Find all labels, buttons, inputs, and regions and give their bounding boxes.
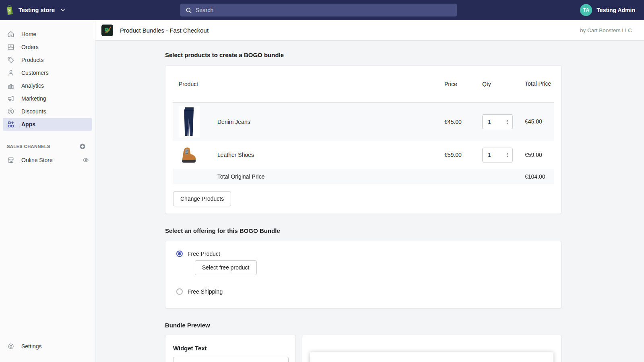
customers-icon (7, 69, 15, 77)
product-total: €59.00 (525, 151, 554, 159)
widget-text-card: Widget Text (165, 335, 296, 362)
product-row: Denim Jeans €45.00 ▲▼ €45.00 (173, 103, 554, 141)
gear-icon (7, 342, 15, 350)
search-icon (185, 7, 192, 14)
top-bar: S Testing store TA Testing Admin (0, 0, 644, 20)
free-shipping-option[interactable]: Free Shipping (176, 288, 561, 295)
qty-stepper-arrows-icon[interactable]: ▲▼ (506, 152, 509, 158)
chevron-down-icon (60, 7, 66, 13)
sidebar-item-products[interactable]: Products (3, 53, 92, 66)
product-price: €45.00 (444, 119, 482, 125)
widget-text-input[interactable] (173, 357, 289, 362)
products-icon (7, 56, 15, 64)
discounts-icon (7, 107, 15, 115)
qty-input[interactable] (483, 119, 496, 125)
orders-icon (7, 43, 15, 51)
analytics-icon (7, 82, 15, 90)
column-header-product: Product (173, 81, 444, 87)
table-header-row: Product Price Qty Total Price (173, 66, 554, 103)
product-image-denim-jeans (179, 106, 200, 138)
free-product-label: Free Product (188, 251, 220, 257)
bundle-preview-row: Widget Text (165, 335, 561, 362)
bundle-preview-widget (310, 352, 553, 362)
qty-input[interactable] (483, 152, 496, 158)
product-name: Leather Shoes (217, 152, 254, 158)
app-byline[interactable]: by Cart Boosters LLC (580, 27, 632, 33)
sidebar-item-analytics[interactable]: Analytics (3, 79, 92, 92)
product-total: €45.00 (525, 117, 554, 125)
avatar: TA (580, 4, 592, 16)
total-row: Total Original Price €104.00 (173, 169, 554, 184)
sidebar-item-customers[interactable]: Customers (3, 66, 92, 79)
marketing-icon (7, 95, 15, 103)
preview-section-heading: Bundle Preview (165, 322, 561, 329)
sidebar-item-apps[interactable]: Apps (3, 118, 92, 131)
free-shipping-label: Free Shipping (188, 288, 223, 295)
widget-text-label: Widget Text (173, 345, 288, 352)
home-icon (7, 30, 15, 38)
radio-free-product[interactable] (176, 251, 183, 257)
storefront-icon (7, 156, 15, 164)
qty-stepper[interactable]: ▲▼ (482, 114, 513, 129)
products-section-heading: Select products to create a BOGO bundle (165, 51, 561, 58)
sidebar-item-marketing[interactable]: Marketing (3, 92, 92, 105)
product-row: Leather Shoes €59.00 ▲▼ €59.00 (173, 141, 554, 169)
shopify-logo-icon: S (5, 5, 14, 15)
sidebar: Home Orders Products Customers Analytics… (0, 20, 95, 362)
bundle-preview-card (302, 335, 561, 362)
offering-card: Free Product Select free product Free Sh… (165, 241, 561, 309)
sales-channels-label: SALES CHANNELS (7, 144, 79, 149)
app-content: Select products to create a BOGO bundle … (95, 41, 644, 362)
qty-stepper[interactable]: ▲▼ (482, 148, 513, 162)
column-header-price: Price (444, 81, 482, 87)
sales-channels-header: SALES CHANNELS (3, 142, 92, 151)
svg-text:S: S (8, 8, 10, 13)
sidebar-item-home[interactable]: Home (3, 28, 92, 41)
products-table: Product Price Qty Total Price Deni (173, 66, 554, 184)
change-products-button[interactable]: Change Products (173, 191, 231, 206)
sidebar-item-settings[interactable]: Settings (3, 340, 92, 353)
total-original-price-label: Total Original Price (217, 173, 265, 180)
sidebar-item-orders[interactable]: Orders (3, 41, 92, 53)
total-original-price-value: €104.00 (525, 173, 554, 181)
products-card: Product Price Qty Total Price Deni (165, 65, 561, 214)
user-menu[interactable]: TA Testing Admin (580, 0, 635, 20)
add-sales-channel-button[interactable] (79, 143, 86, 150)
user-name: Testing Admin (597, 7, 635, 13)
radio-free-shipping[interactable] (176, 288, 183, 295)
preview-store-eye-icon[interactable] (82, 156, 89, 164)
select-free-product-button[interactable]: Select free product (195, 260, 257, 275)
app-title: Product Bundles - Fast Checkout (120, 27, 580, 34)
offering-section-heading: Select an offering for this BOGO Bundle (165, 227, 561, 234)
app-icon (101, 25, 113, 36)
column-header-qty: Qty (482, 81, 525, 87)
app-header: Product Bundles - Fast Checkout by Cart … (95, 20, 644, 41)
sidebar-item-discounts[interactable]: Discounts (3, 105, 92, 118)
product-image-leather-shoes (179, 146, 200, 164)
sidebar-item-online-store[interactable]: Online Store (3, 154, 92, 167)
store-switcher[interactable]: S Testing store (0, 5, 66, 15)
product-price: €59.00 (444, 152, 482, 158)
apps-icon (7, 120, 15, 128)
free-product-option[interactable]: Free Product (176, 251, 561, 257)
search-input[interactable] (196, 7, 437, 13)
column-header-total-price: Total Price (525, 80, 554, 88)
store-name: Testing store (19, 7, 55, 13)
qty-stepper-arrows-icon[interactable]: ▲▼ (506, 119, 509, 125)
product-name: Denim Jeans (217, 119, 250, 125)
global-search[interactable] (180, 4, 457, 16)
